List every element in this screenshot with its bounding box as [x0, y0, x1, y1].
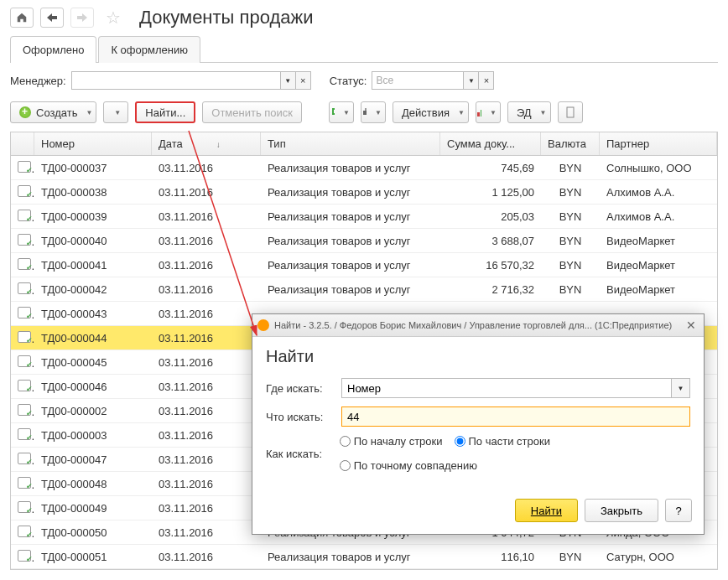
annotation-arrow — [0, 0, 728, 580]
